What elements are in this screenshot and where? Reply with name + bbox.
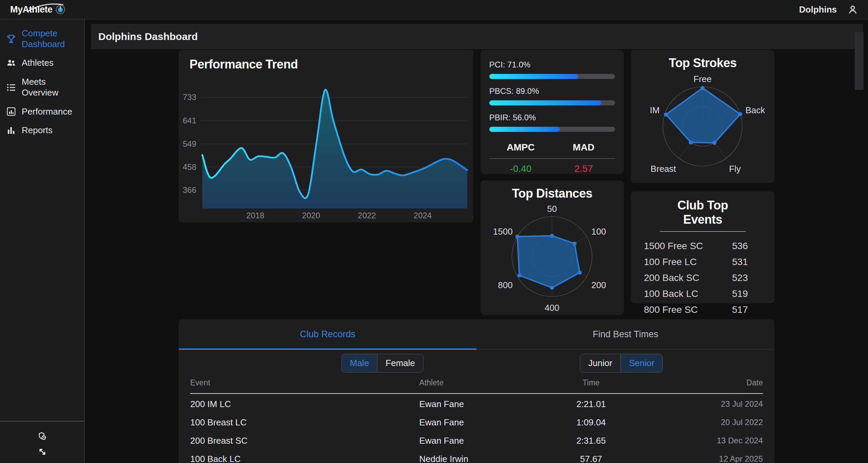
record-cell-time: 57.67 [545, 454, 637, 463]
toggle-option-senior[interactable]: Senior [620, 354, 663, 372]
expand-icon[interactable] [38, 447, 47, 457]
main-content: Dolphins Dashboard 733641549458366201820… [85, 19, 868, 463]
top-bar: MyAthlete Dolphins [0, 0, 868, 19]
sidebar-item-athletes[interactable]: Athletes [0, 54, 84, 73]
sidebar-item-reports[interactable]: Reports [0, 121, 84, 140]
record-cell-time: 2:31.65 [545, 436, 637, 446]
sidebar-footer [0, 421, 84, 457]
toggle-option-female[interactable]: Female [377, 354, 423, 372]
age-toggle: JuniorSenior [580, 354, 663, 373]
top-event-name: 1500 Free SC [644, 241, 732, 251]
top-event-name: 200 Back SC [644, 273, 732, 283]
records-table-header: EventAthleteTimeDate [190, 378, 763, 394]
toggle-row: MaleFemale JuniorSenior [179, 353, 774, 374]
stats-divider [489, 158, 615, 159]
top-event-row: 100 Free LC531 [631, 254, 774, 270]
y-axis-tick: 458 [183, 162, 196, 172]
sidebar-item-meets-overview[interactable]: Meets Overview [0, 73, 84, 102]
radar-axis-label: 1500 [493, 226, 513, 237]
toggle-option-male[interactable]: Male [342, 354, 377, 372]
radar-axis-label: 100 [591, 226, 606, 237]
top-event-row: 800 Free SC517 [631, 302, 774, 318]
radar-point [689, 140, 693, 144]
page-title-bar: Dolphins Dashboard [91, 24, 863, 49]
record-row[interactable]: 100 Back LCNeddie Irwin57.6712 Apr 2025 [190, 450, 763, 463]
record-cell-athlete: Ewan Fane [419, 399, 546, 409]
top-strokes-radar-chart: FreeBackFlyBreastIM [631, 70, 774, 183]
top-event-name: 800 Free SC [644, 304, 732, 315]
sidebar-item-label: Reports [22, 125, 53, 136]
radar-point [578, 270, 582, 275]
metric-meters: PCI: 71.0%PBCS: 89.0%PBIR: 56.0% [489, 60, 615, 132]
performance-trend-card: 7336415494583662018202020222024 Performa… [179, 50, 473, 222]
logo-text: MyAthlete [10, 4, 53, 15]
top-strokes-title: Top Strokes [631, 56, 774, 70]
top-strokes-card: Top Strokes FreeBackFlyBreastIM [631, 50, 774, 183]
metric-track [489, 127, 615, 132]
top-event-name: 100 Free LC [644, 257, 732, 267]
shield-history-icon[interactable] [38, 431, 47, 441]
sidebar-item-label: Meets Overview [22, 77, 81, 98]
page-title: Dolphins Dashboard [98, 31, 198, 42]
record-cell-event: 100 Back LC [190, 454, 419, 463]
record-row[interactable]: 100 Breast LCEwan Fane1:09.0420 Jul 2022 [190, 413, 763, 431]
sidebar-item-performance[interactable]: Performance [0, 102, 84, 121]
topbar-right: Dolphins [799, 4, 858, 15]
records-card: Club RecordsFind Best Times MaleFemale J… [179, 319, 774, 463]
top-distances-radar-chart: 501002004008001500 [480, 199, 624, 315]
app-logo: MyAthlete [10, 4, 65, 15]
sidebar-item-compete-dashboard[interactable]: Compete Dashboard [0, 24, 84, 54]
top-event-name: 100 Back LC [644, 288, 732, 299]
stat-name-mad: MAD [552, 142, 615, 153]
tab-find-best-times[interactable]: Find Best Times [477, 319, 775, 349]
trophy-icon [6, 34, 16, 44]
top-distances-title: Top Distances [480, 186, 624, 201]
record-row[interactable]: 200 IM LCEwan Fane2:21.0123 Jul 2024 [190, 395, 763, 413]
record-cell-date: 20 Jul 2022 [637, 418, 763, 427]
metric-track [489, 74, 615, 79]
metric-pbcs: PBCS: 89.0% [489, 86, 615, 105]
column-header-athlete: Athlete [419, 378, 546, 387]
club-top-events-card: Club Top Events 1500 Free SC536100 Free … [631, 192, 774, 303]
top-event-row: 100 Back LC519 [631, 286, 774, 302]
x-axis-tick: 2018 [246, 211, 264, 220]
performance-trend-chart: 7336415494583662018202020222024 [179, 50, 473, 222]
user-profile-icon[interactable] [848, 4, 858, 15]
stat-name-ampc: AMPC [489, 142, 552, 153]
toggle-option-junior[interactable]: Junior [580, 354, 620, 372]
metric-fill [489, 100, 601, 105]
vertical-scrollbar-thumb[interactable] [855, 32, 864, 90]
gender-toggle: MaleFemale [341, 354, 423, 373]
metric-label: PCI: 71.0% [489, 60, 615, 69]
record-cell-event: 200 Breast SC [190, 436, 419, 446]
metric-label: PBIR: 56.0% [489, 113, 615, 122]
metric-stats: AMPCMAD -0.402.57 [489, 142, 615, 174]
records-table: EventAthleteTimeDate 200 IM LCEwan Fane2… [190, 378, 763, 463]
radar-point [572, 242, 576, 246]
metric-label: PBCS: 89.0% [489, 86, 615, 96]
radar-point [550, 234, 554, 238]
radar-point [664, 113, 668, 117]
radar-axis-label: 50 [547, 204, 557, 214]
top-event-row: 200 Back SC523 [631, 270, 774, 286]
records-table-body: 200 IM LCEwan Fane2:21.0123 Jul 2024100 … [190, 395, 763, 463]
sidebar-item-label: Athletes [22, 58, 54, 68]
column-header-time: Time [545, 378, 637, 387]
record-cell-date: 12 Apr 2025 [637, 454, 763, 463]
stat-value-mad: 2.57 [552, 163, 615, 174]
tab-club-records[interactable]: Club Records [179, 319, 477, 349]
record-cell-date: 23 Jul 2024 [637, 399, 763, 409]
records-tabs: Club RecordsFind Best Times [179, 319, 774, 349]
logo-laurel-emblem-icon [55, 4, 65, 15]
radar-point [550, 286, 554, 290]
column-header-date: Date [637, 378, 763, 387]
club-top-events-title: Club Top Events [660, 198, 746, 232]
radar-axis-label: 200 [591, 280, 606, 290]
y-axis-tick: 549 [183, 139, 196, 148]
sidebar: Compete DashboardAthletesMeets OverviewP… [0, 19, 85, 463]
sidebar-item-label: Compete Dashboard [22, 28, 81, 49]
record-row[interactable]: 200 Breast SCEwan Fane2:31.6513 Dec 2024 [190, 431, 763, 450]
radar-axis-label: Free [693, 74, 711, 84]
trend-card-title: Performance Trend [190, 57, 298, 72]
top-event-count: 531 [732, 257, 761, 267]
